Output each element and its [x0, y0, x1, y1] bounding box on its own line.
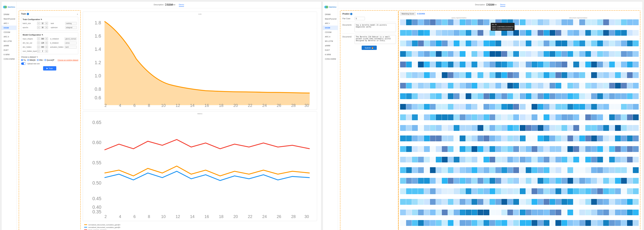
task-value: ranking	[65, 22, 77, 25]
sidebar-item-cdssm[interactable]: CDSSM	[2, 30, 16, 34]
ndcg5-line	[104, 171, 310, 181]
svg-text:24: 24	[262, 103, 267, 108]
sidebar-item-mv-lstm[interactable]: MV-LSTM	[2, 39, 16, 43]
num-hidden-stepper: − 2 +	[37, 49, 48, 53]
input-shapes-minus[interactable]: −	[37, 37, 40, 40]
sidebar-item-arc-i[interactable]: ARC-I	[2, 21, 16, 25]
train-info-icon[interactable]: i	[27, 13, 29, 15]
tab-demo-left[interactable]: Demo	[179, 3, 184, 7]
train-collapse-arrow[interactable]: ▲	[76, 13, 78, 15]
right-sidebar-dssm[interactable]: DSSM	[323, 25, 338, 30]
radio-try[interactable]: Try	[21, 59, 26, 61]
svg-text:1.6: 1.6	[95, 33, 101, 39]
optimizer-row: optimizer adagrad	[51, 26, 77, 29]
batch-size-minus[interactable]: −	[37, 22, 40, 25]
model-config-edit-icon[interactable]: ✎	[42, 34, 43, 36]
batch-size-plus[interactable]: +	[45, 22, 48, 25]
sidebar-item-arc-ii[interactable]: ARC-II	[2, 34, 16, 39]
svg-text:30: 30	[304, 103, 309, 108]
legend-ndcg3: normalized_discounted_cumulative_gain@3	[84, 224, 316, 226]
batch-size-stepper: − 32 +	[37, 22, 48, 25]
right-sidebar-arc-ii[interactable]: ARC-II	[323, 34, 338, 39]
dim-hidden-minus[interactable]: −	[37, 45, 40, 48]
submit-button[interactable]: Submit 🔥	[362, 46, 377, 50]
svg-text:8: 8	[148, 103, 150, 108]
act-hidden-value: tanh	[64, 46, 77, 48]
ndcg3-line	[104, 166, 310, 176]
upload-label: Upload new one	[27, 63, 40, 65]
tooltip-value2: value2: 0.646443933326583489	[492, 28, 514, 30]
train-icon: ▶	[46, 67, 48, 69]
right-topbar-title: DSSM	[486, 3, 494, 6]
right-sidebar-anmm[interactable]: aNMM	[323, 43, 338, 48]
radio-snli[interactable]: SNLI	[37, 59, 43, 61]
dataset-label: Choose a dataset ✎	[21, 56, 78, 58]
predict-info-icon[interactable]: i	[350, 13, 352, 15]
right-panel-wrapper: MatchZoo DRMM MatchPyramid ARC-I DSSM CD…	[323, 1, 643, 230]
tab-description-left[interactable]: Description	[154, 3, 164, 7]
dataset-edit-icon[interactable]: ✎	[36, 56, 38, 58]
sidebar-item-conv-knrm[interactable]: CONV-KNRM	[2, 57, 16, 61]
radio-quoraqp[interactable]: QuoraQP	[44, 59, 54, 61]
right-tab-description[interactable]: Description	[475, 3, 485, 7]
dim-fan-out-value: 128	[40, 42, 45, 44]
heatmap-left	[400, 19, 519, 230]
dim-fan-out-plus[interactable]: +	[45, 41, 48, 44]
heatmap-right	[520, 19, 639, 230]
train-config-edit-icon[interactable]: ✎	[41, 18, 42, 20]
sidebar-item-anmm[interactable]: aNMM	[2, 43, 16, 48]
sidebar-item-drmm[interactable]: DRMM	[2, 12, 16, 17]
legend-ndcg3-label: normalized_discounted_cumulative_gain@3	[88, 224, 120, 226]
legend-ndcg5-label: normalized_discounted_cumulative_gain@5	[88, 227, 120, 228]
doc1-input[interactable]	[354, 23, 396, 32]
num-hidden-value: 2	[40, 50, 45, 52]
doc2-input[interactable]	[354, 35, 396, 44]
train-button[interactable]: ▶ Train	[43, 66, 56, 70]
act-hidden-row: activation_hidden tanh	[50, 45, 77, 48]
input-shapes-plus[interactable]: +	[45, 37, 48, 40]
sidebar-item-dssm[interactable]: DSSM	[2, 25, 16, 30]
epochs-plus[interactable]: +	[45, 26, 48, 29]
dim-fan-out-minus[interactable]: −	[37, 41, 40, 44]
radio-quoraqp-label: QuoraQP	[47, 59, 54, 61]
svg-text:10: 10	[161, 103, 166, 108]
epochs-minus[interactable]: −	[37, 26, 40, 29]
right-sidebar-arc-i[interactable]: ARC-I	[323, 21, 338, 25]
viz-panel: Matching Score 0.533456 query representa…	[398, 10, 640, 230]
upload-toggle[interactable]	[21, 62, 26, 65]
right-sidebar-cdssm[interactable]: CDSSM	[323, 30, 338, 34]
left-sidebar: MatchZoo DRMM MatchPyramid ARC-I DSSM CD…	[2, 1, 17, 230]
right-sidebar-duet[interactable]: DUET	[323, 48, 338, 52]
svg-text:0.6: 0.6	[95, 95, 101, 100]
pair-case-input[interactable]	[354, 17, 365, 20]
svg-text:14: 14	[190, 103, 194, 108]
sidebar-item-k-nrm[interactable]: K-NRM	[2, 52, 16, 57]
model-config-grid: input_shapes − 300 + w_initializer gloro…	[23, 37, 77, 53]
right-logo-area: MatchZoo	[323, 3, 338, 12]
dim-hidden-plus[interactable]: +	[45, 45, 48, 48]
optimizer-label: optimizer	[51, 26, 64, 28]
svg-text:28: 28	[291, 215, 296, 219]
right-sidebar-drmm[interactable]: DRMM	[323, 12, 338, 17]
right-sidebar-mv-lstm[interactable]: MV-LSTM	[323, 39, 338, 43]
train-panel-title: Train i	[21, 13, 29, 15]
loss-chart-area: Loss 1.8 1.6 1.4 1.2 1.0 0.8 0.6	[83, 12, 317, 110]
sidebar-item-matchpyramid[interactable]: MatchPyramid	[2, 17, 16, 21]
metrics-chart-ylabel: Metrics	[84, 113, 316, 115]
svg-text:1.8: 1.8	[95, 20, 101, 25]
train-title-text: Train	[21, 13, 26, 15]
svg-text:0.40: 0.40	[92, 205, 101, 210]
score-value: 0.533456	[417, 13, 425, 15]
num-hidden-plus[interactable]: +	[45, 49, 48, 53]
svg-text:4: 4	[119, 103, 121, 108]
right-sidebar-conv-knrm[interactable]: CONV-KNRM	[323, 57, 338, 61]
num-hidden-minus[interactable]: −	[37, 49, 40, 53]
svg-text:0.35: 0.35	[92, 209, 101, 215]
choose-dataset-link[interactable]: Choose an existing dataset	[58, 59, 78, 61]
right-tab-demo[interactable]: Demo	[500, 3, 506, 7]
right-sidebar-k-nrm[interactable]: K-NRM	[323, 52, 338, 57]
sidebar-item-duet[interactable]: DUET	[2, 48, 16, 52]
right-sidebar-matchpyramid[interactable]: MatchPyramid	[323, 17, 338, 21]
epochs-stepper: − 30 +	[37, 26, 48, 29]
radio-wikiqa[interactable]: WikiQA	[27, 59, 36, 61]
